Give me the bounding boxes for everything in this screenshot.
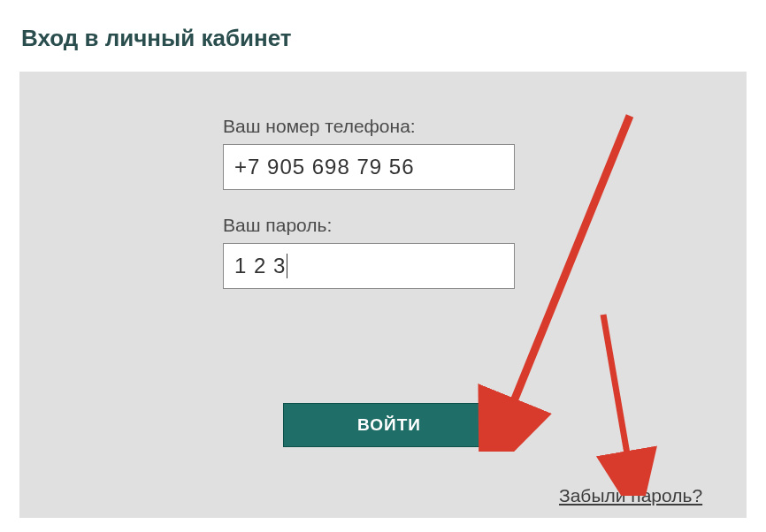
phone-input[interactable] (223, 144, 515, 190)
password-label: Ваш пароль: (223, 215, 524, 236)
text-caret-icon (287, 254, 287, 278)
svg-line-1 (506, 116, 630, 421)
phone-label: Ваш номер телефона: (223, 116, 524, 137)
login-panel: Ваш номер телефона: Ваш пароль: 1 2 3 ВО… (19, 72, 747, 518)
page-root: Вход в личный кабинет Ваш номер телефона… (0, 0, 766, 532)
password-input[interactable]: 1 2 3 (223, 243, 515, 289)
password-value: 1 2 3 (234, 254, 286, 278)
svg-line-3 (603, 315, 630, 469)
arrow-to-forgot-icon (568, 310, 709, 496)
forgot-password-link[interactable]: Забыли пароль? (559, 485, 702, 506)
login-button[interactable]: ВОЙТИ (283, 403, 495, 447)
login-form: Ваш номер телефона: Ваш пароль: 1 2 3 (223, 116, 524, 314)
page-title: Вход в личный кабинет (21, 25, 747, 52)
